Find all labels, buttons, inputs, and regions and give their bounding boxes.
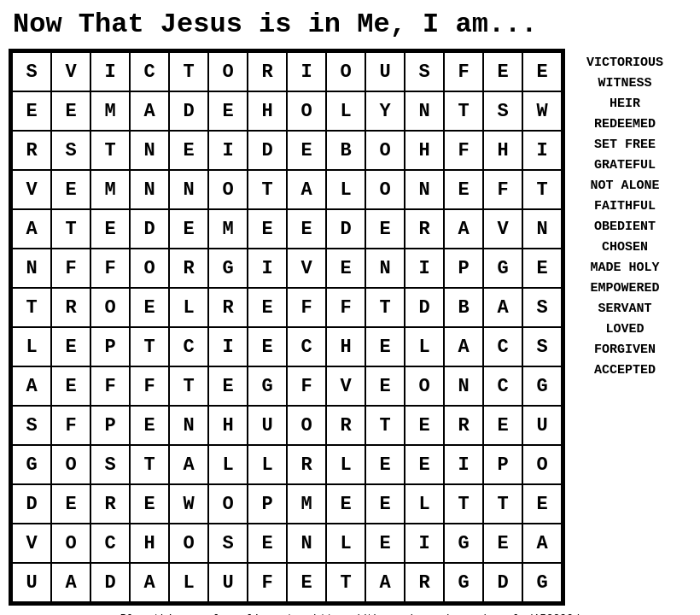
cell-8-4: T bbox=[169, 366, 208, 406]
cell-6-10: D bbox=[405, 288, 444, 327]
cell-11-12: T bbox=[483, 484, 522, 524]
cell-10-3: T bbox=[130, 445, 169, 484]
word-list-item: GRATEFUL bbox=[594, 155, 656, 176]
cell-13-13: G bbox=[522, 563, 562, 602]
cell-0-3: C bbox=[130, 52, 169, 91]
cell-2-8: B bbox=[326, 131, 365, 170]
cell-13-11: G bbox=[444, 563, 483, 602]
cell-11-1: E bbox=[51, 484, 90, 524]
cell-3-6: T bbox=[248, 170, 287, 209]
cell-13-0: U bbox=[12, 563, 51, 602]
cell-0-9: U bbox=[365, 52, 405, 91]
grid-table: SVICTORIOUSFEEEEMADEHOLYNTSWRSTNEIDEBOHF… bbox=[11, 51, 563, 603]
cell-7-0: L bbox=[12, 327, 51, 366]
cell-0-12: E bbox=[483, 52, 522, 91]
cell-2-1: S bbox=[51, 131, 90, 170]
cell-11-2: R bbox=[90, 484, 130, 524]
cell-3-11: E bbox=[444, 170, 483, 209]
cell-8-5: E bbox=[208, 366, 248, 406]
cell-6-2: O bbox=[90, 288, 130, 327]
cell-6-11: B bbox=[444, 288, 483, 327]
cell-2-9: O bbox=[365, 131, 405, 170]
cell-10-0: G bbox=[12, 445, 51, 484]
cell-7-9: E bbox=[365, 327, 405, 366]
cell-6-7: F bbox=[287, 288, 326, 327]
cell-6-1: R bbox=[51, 288, 90, 327]
cell-5-8: E bbox=[326, 249, 365, 288]
cell-1-0: E bbox=[12, 91, 51, 131]
cell-1-13: W bbox=[522, 91, 562, 131]
cell-10-9: E bbox=[365, 445, 405, 484]
word-search-grid: SVICTORIOUSFEEEEMADEHOLYNTSWRSTNEIDEBOHF… bbox=[9, 49, 565, 606]
cell-4-13: N bbox=[522, 209, 562, 249]
cell-2-6: D bbox=[248, 131, 287, 170]
cell-9-9: T bbox=[365, 406, 405, 445]
cell-5-2: F bbox=[90, 249, 130, 288]
word-list-item: LOVED bbox=[605, 319, 644, 340]
cell-12-5: S bbox=[208, 524, 248, 563]
cell-13-12: D bbox=[483, 563, 522, 602]
cell-11-3: E bbox=[130, 484, 169, 524]
cell-4-2: E bbox=[90, 209, 130, 249]
word-list-item: OBEDIENT bbox=[594, 217, 656, 237]
cell-2-13: I bbox=[522, 131, 562, 170]
cell-8-13: G bbox=[522, 366, 562, 406]
cell-5-13: E bbox=[522, 249, 562, 288]
word-list-item: SET FREE bbox=[594, 135, 656, 155]
cell-9-7: O bbox=[287, 406, 326, 445]
cell-6-9: T bbox=[365, 288, 405, 327]
cell-10-7: R bbox=[287, 445, 326, 484]
cell-11-11: T bbox=[444, 484, 483, 524]
cell-11-4: W bbox=[169, 484, 208, 524]
cell-8-1: E bbox=[51, 366, 90, 406]
cell-6-4: L bbox=[169, 288, 208, 327]
cell-12-2: C bbox=[90, 524, 130, 563]
cell-2-0: R bbox=[12, 131, 51, 170]
cell-7-11: A bbox=[444, 327, 483, 366]
cell-0-7: I bbox=[287, 52, 326, 91]
cell-3-13: T bbox=[522, 170, 562, 209]
cell-9-11: R bbox=[444, 406, 483, 445]
main-area: SVICTORIOUSFEEEEMADEHOLYNTSWRSTNEIDEBOHF… bbox=[9, 49, 691, 606]
cell-5-11: P bbox=[444, 249, 483, 288]
cell-12-6: E bbox=[248, 524, 287, 563]
cell-4-1: T bbox=[51, 209, 90, 249]
cell-10-1: O bbox=[51, 445, 90, 484]
cell-6-12: A bbox=[483, 288, 522, 327]
cell-1-3: A bbox=[130, 91, 169, 131]
cell-7-12: C bbox=[483, 327, 522, 366]
cell-11-6: P bbox=[248, 484, 287, 524]
cell-0-8: O bbox=[326, 52, 365, 91]
cell-8-8: V bbox=[326, 366, 365, 406]
cell-7-10: L bbox=[405, 327, 444, 366]
word-list-item: CHOSEN bbox=[602, 237, 648, 258]
cell-13-1: A bbox=[51, 563, 90, 602]
cell-6-5: R bbox=[208, 288, 248, 327]
cell-10-6: L bbox=[248, 445, 287, 484]
cell-12-4: O bbox=[169, 524, 208, 563]
cell-13-3: A bbox=[130, 563, 169, 602]
word-list-item: FAITHFUL bbox=[594, 196, 656, 217]
cell-0-4: T bbox=[169, 52, 208, 91]
cell-2-7: E bbox=[287, 131, 326, 170]
cell-12-11: G bbox=[444, 524, 483, 563]
word-list-item: MADE HOLY bbox=[590, 258, 659, 278]
cell-0-5: O bbox=[208, 52, 248, 91]
cell-4-8: D bbox=[326, 209, 365, 249]
cell-3-0: V bbox=[12, 170, 51, 209]
cell-4-5: M bbox=[208, 209, 248, 249]
cell-7-8: H bbox=[326, 327, 365, 366]
cell-9-6: U bbox=[248, 406, 287, 445]
cell-4-11: A bbox=[444, 209, 483, 249]
cell-4-12: V bbox=[483, 209, 522, 249]
cell-11-7: M bbox=[287, 484, 326, 524]
cell-3-4: N bbox=[169, 170, 208, 209]
cell-10-10: E bbox=[405, 445, 444, 484]
cell-8-3: F bbox=[130, 366, 169, 406]
cell-3-1: E bbox=[51, 170, 90, 209]
cell-3-10: N bbox=[405, 170, 444, 209]
cell-4-9: E bbox=[365, 209, 405, 249]
cell-3-9: O bbox=[365, 170, 405, 209]
cell-3-12: F bbox=[483, 170, 522, 209]
cell-0-2: I bbox=[90, 52, 130, 91]
